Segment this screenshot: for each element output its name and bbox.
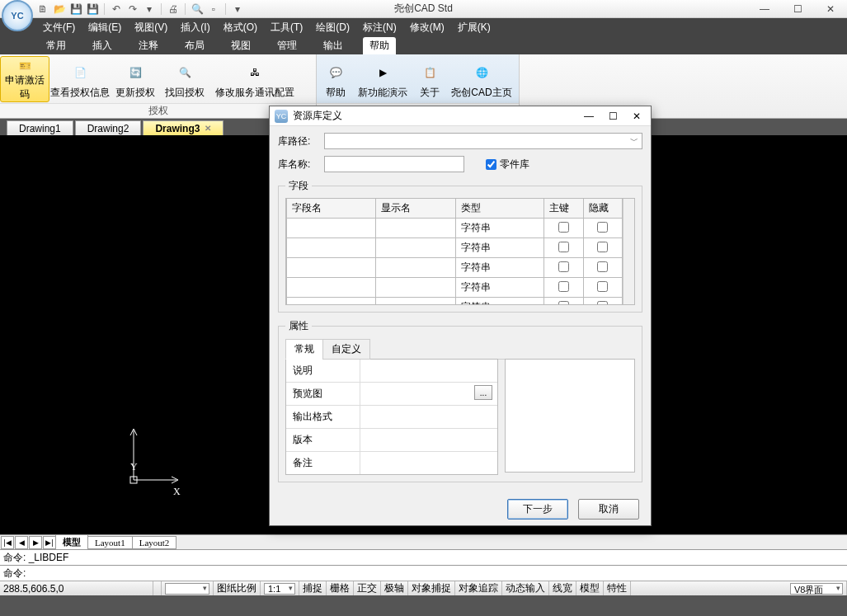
ribbon-tab-annotate[interactable]: 注释 — [132, 37, 165, 54]
status-toggle-polar[interactable]: 极轴 — [381, 581, 408, 595]
menu-tools[interactable]: 工具(T) — [267, 19, 306, 36]
layout-tab-layout1[interactable]: Layout1 — [87, 536, 133, 549]
next-button[interactable]: 下一步 — [507, 499, 568, 520]
table-row[interactable]: 字符串 — [287, 219, 623, 238]
menu-view[interactable]: 视图(V) — [131, 19, 171, 36]
homepage-button[interactable]: 🌐 尧创CAD主页 — [449, 56, 515, 102]
about-button[interactable]: 📋 关于 — [411, 56, 449, 102]
qat-customize-icon[interactable]: ▾ — [231, 2, 244, 16]
doc-tab-drawing3[interactable]: Drawing3 ✕ — [143, 120, 224, 135]
ribbon-tab-layout[interactable]: 布局 — [178, 37, 211, 54]
layout-nav-last[interactable]: ▶| — [43, 536, 56, 549]
menu-modify[interactable]: 修改(M) — [407, 19, 448, 36]
hidden-checkbox[interactable] — [597, 242, 608, 252]
command-input[interactable]: 命令: — [0, 565, 847, 581]
dialog-title-bar[interactable]: YC 资源库定义 — ☐ ✕ — [270, 106, 651, 126]
request-activation-code-button[interactable]: 🎫 申请激活码 — [0, 56, 49, 102]
qat-dropdown-icon[interactable]: ▾ — [143, 2, 156, 16]
dialog-maximize-button[interactable]: ☐ — [609, 111, 618, 122]
browse-button[interactable]: ... — [474, 385, 492, 400]
doc-tab-drawing1[interactable]: Drawing1 — [7, 120, 73, 135]
cancel-button[interactable]: 取消 — [578, 499, 639, 520]
qat-plot-icon[interactable]: 🖨 — [167, 2, 180, 16]
update-license-button[interactable]: 🔄 更新授权 — [111, 56, 160, 102]
attr-tab-general[interactable]: 常规 — [285, 339, 323, 360]
qat-open-icon[interactable]: 📂 — [53, 2, 66, 16]
layout-tab-model[interactable]: 模型 — [55, 534, 88, 550]
view-license-button[interactable]: 📄 查看授权信息 — [49, 56, 111, 102]
layout-nav-next[interactable]: ▶ — [29, 536, 42, 549]
ribbon-tab-common[interactable]: 常用 — [40, 37, 73, 54]
menu-draw[interactable]: 绘图(D) — [313, 19, 353, 36]
ribbon-tab-insert[interactable]: 插入 — [86, 37, 119, 54]
status-toggle-snap[interactable]: 捕捉 — [299, 581, 327, 595]
table-row[interactable]: 字符串 — [287, 258, 623, 278]
layout-tab-layout2[interactable]: Layout2 — [132, 536, 177, 549]
menu-insert[interactable]: 插入(I) — [177, 19, 213, 36]
menu-dimension[interactable]: 标注(N) — [360, 19, 400, 36]
fields-grid[interactable]: 字段名 显示名 类型 主键 隐藏 字符串 字符串 字符串 字符串 字符串 — [285, 198, 635, 305]
app-logo[interactable]: YC — [2, 0, 33, 31]
lib-path-combo[interactable] — [324, 133, 642, 149]
status-toggle-dyn[interactable]: 动态输入 — [502, 581, 549, 595]
maximize-button[interactable]: ☐ — [781, 0, 814, 18]
menu-edit[interactable]: 编辑(E) — [85, 19, 125, 36]
status-toggle-grid[interactable]: 栅格 — [327, 581, 354, 595]
whatsnew-button[interactable]: ▶ 新功能演示 — [355, 56, 411, 102]
lib-name-input[interactable] — [324, 156, 464, 172]
pk-checkbox[interactable] — [558, 261, 569, 272]
attr-row-outputformat[interactable]: 输出格式 — [286, 406, 497, 429]
status-scale-combo[interactable]: 1:1 — [261, 581, 299, 595]
attr-value[interactable] — [360, 360, 497, 382]
pk-checkbox[interactable] — [558, 222, 569, 233]
doc-tab-drawing2[interactable]: Drawing2 — [75, 120, 142, 135]
status-toggle-ortho[interactable]: 正交 — [354, 581, 381, 595]
status-toggle-osnap[interactable]: 对象捕捉 — [408, 581, 455, 595]
attr-row-preview[interactable]: 预览图... — [286, 383, 497, 406]
ribbon-tab-output[interactable]: 输出 — [317, 37, 350, 54]
status-layer-combo[interactable] — [162, 581, 214, 595]
layout-nav-first[interactable]: |◀ — [1, 536, 14, 549]
attr-value[interactable] — [360, 452, 497, 474]
status-ui-combo[interactable]: V8界面 — [787, 581, 847, 595]
dialog-minimize-button[interactable]: — — [584, 111, 594, 122]
hidden-checkbox[interactable] — [597, 281, 608, 292]
menu-extend[interactable]: 扩展(K) — [454, 19, 494, 36]
pk-checkbox[interactable] — [558, 281, 569, 292]
attr-row-description[interactable]: 说明 — [286, 360, 497, 383]
recover-license-button[interactable]: 🔍 找回授权 — [160, 56, 209, 102]
attr-row-remark[interactable]: 备注 — [286, 452, 497, 474]
qat-redo-icon[interactable]: ↷ — [126, 2, 139, 16]
qat-app-icon[interactable]: ▫ — [207, 2, 220, 16]
attr-tab-custom[interactable]: 自定义 — [322, 339, 370, 360]
qat-undo-icon[interactable]: ↶ — [110, 2, 123, 16]
service-config-button[interactable]: 🖧 修改服务通讯配置 — [209, 56, 300, 102]
dialog-close-button[interactable]: ✕ — [633, 111, 641, 122]
pk-checkbox[interactable] — [558, 242, 569, 252]
status-toggle-model[interactable]: 模型 — [576, 581, 604, 595]
menu-file[interactable]: 文件(F) — [40, 19, 78, 36]
qat-search-icon[interactable]: 🔍 — [191, 2, 204, 16]
status-toggle-lwt[interactable]: 线宽 — [549, 581, 576, 595]
attr-value[interactable] — [360, 429, 497, 451]
parts-lib-checkbox-input[interactable] — [486, 159, 496, 170]
qat-save-icon[interactable]: 💾 — [69, 2, 82, 16]
close-button[interactable]: ✕ — [814, 0, 847, 18]
grid-scrollbar[interactable] — [623, 199, 634, 304]
menu-format[interactable]: 格式(O) — [220, 19, 261, 36]
pk-checkbox[interactable] — [558, 301, 569, 306]
table-row[interactable]: 字符串 — [287, 298, 623, 306]
attr-row-version[interactable]: 版本 — [286, 429, 497, 452]
hidden-checkbox[interactable] — [597, 261, 608, 272]
qat-new-icon[interactable]: 🗎 — [36, 2, 49, 16]
status-toggle-otrack[interactable]: 对象追踪 — [455, 581, 502, 595]
ribbon-tab-manage[interactable]: 管理 — [271, 37, 304, 54]
status-toggle-props[interactable]: 特性 — [604, 581, 631, 595]
hidden-checkbox[interactable] — [597, 222, 608, 233]
table-row[interactable]: 字符串 — [287, 238, 623, 258]
doc-tab-close-icon[interactable]: ✕ — [205, 124, 211, 133]
qat-saveas-icon[interactable]: 💾 — [86, 2, 99, 16]
parts-lib-checkbox[interactable]: 零件库 — [486, 158, 529, 172]
help-button[interactable]: 💬 帮助 — [317, 56, 355, 102]
table-row[interactable]: 字符串 — [287, 278, 623, 298]
